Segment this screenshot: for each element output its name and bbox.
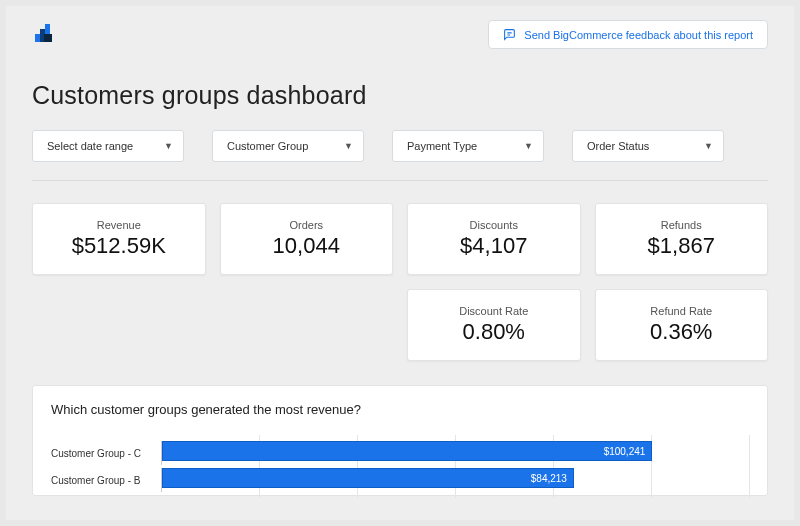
filter-label: Customer Group [227,140,308,152]
chart-bar: $100,241 [162,441,652,461]
feedback-icon [503,28,516,41]
metric-value: $512.59K [72,233,166,259]
chart-category-label: Customer Group - B [51,475,161,486]
metric-card-orders: Orders 10,044 [220,203,394,275]
page-title: Customers groups dashboard [32,81,768,110]
chart-value-label: $100,241 [604,446,646,457]
filter-date-range[interactable]: Select date range ▼ [32,130,184,162]
filter-label: Payment Type [407,140,477,152]
svg-rect-3 [44,34,52,42]
metrics-row-2: Discount Rate 0.80% Refund Rate 0.36% [32,289,768,361]
chart-title: Which customer groups generated the most… [51,402,749,417]
filter-label: Order Status [587,140,649,152]
chevron-down-icon: ▼ [344,141,353,151]
metric-card-discounts: Discounts $4,107 [407,203,581,275]
chevron-down-icon: ▼ [704,141,713,151]
filter-customer-group[interactable]: Customer Group ▼ [212,130,364,162]
revenue-by-group-chart: Which customer groups generated the most… [32,385,768,496]
filter-label: Select date range [47,140,133,152]
metric-label: Discounts [470,219,518,231]
chart-value-label: $84,213 [531,473,567,484]
metric-card-refunds: Refunds $1,867 [595,203,769,275]
filter-order-status[interactable]: Order Status ▼ [572,130,724,162]
chevron-down-icon: ▼ [164,141,173,151]
metric-label: Revenue [97,219,141,231]
metric-value: $1,867 [648,233,715,259]
metric-label: Discount Rate [459,305,528,317]
metric-card-refund-rate: Refund Rate 0.36% [595,289,769,361]
filter-payment-type[interactable]: Payment Type ▼ [392,130,544,162]
metric-value: $4,107 [460,233,527,259]
filter-bar: Select date range ▼ Customer Group ▼ Pay… [32,130,768,181]
metric-label: Refunds [661,219,702,231]
metric-value: 10,044 [273,233,340,259]
chart-bar-row: Customer Group - B$84,213 [51,468,749,492]
svg-rect-0 [35,34,40,42]
metric-value: 0.80% [463,319,525,345]
metrics-row-1: Revenue $512.59K Orders 10,044 Discounts… [32,203,768,275]
send-feedback-button[interactable]: Send BigCommerce feedback about this rep… [488,20,768,49]
metric-card-discount-rate: Discount Rate 0.80% [407,289,581,361]
app-logo [32,22,54,48]
metric-value: 0.36% [650,319,712,345]
feedback-label: Send BigCommerce feedback about this rep… [524,29,753,41]
chevron-down-icon: ▼ [524,141,533,151]
metric-card-revenue: Revenue $512.59K [32,203,206,275]
chart-bar-row: Customer Group - C$100,241 [51,441,749,465]
metric-label: Orders [289,219,323,231]
chart-category-label: Customer Group - C [51,448,161,459]
chart-bar: $84,213 [162,468,574,488]
metric-label: Refund Rate [650,305,712,317]
